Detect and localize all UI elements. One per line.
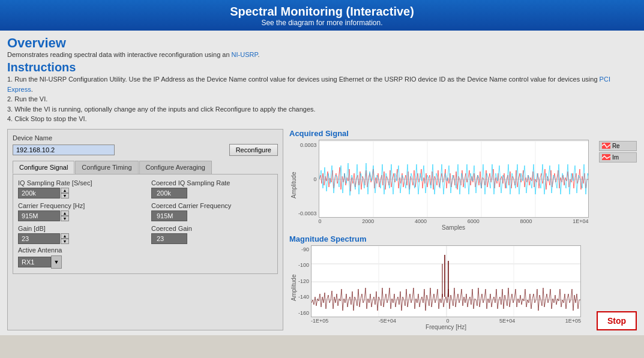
mag-y-max: -90 (298, 246, 309, 252)
magnitude-x-label: Frequency [Hz] (311, 324, 581, 330)
gain-input[interactable] (18, 233, 60, 244)
acquired-signal-title: Acquired Signal (289, 129, 593, 138)
coerced-carrier-label: Coerced Carrier Frequency (151, 202, 272, 209)
carrier-freq-spinner: ▲ ▼ (61, 210, 69, 221)
mag-x-1: -1E+05 (311, 318, 328, 324)
magnitude-spectrum-chart-container: Amplitude -90 -100 -120 -140 -160 (289, 245, 593, 330)
active-antenna-row: ▼ (18, 255, 272, 269)
iq-sampling-rate-up[interactable]: ▲ (61, 188, 69, 193)
coerced-gain-value: 23 (151, 233, 187, 244)
coerced-carrier-group: Coerced Carrier Frequency 915M (151, 202, 272, 221)
coerced-gain-label: Coerced Gain (151, 225, 272, 232)
magnitude-chart: -1E+05 -5E+04 0 5E+04 1E+05 Frequency [H… (311, 245, 581, 330)
acquired-signal-chart-container: Amplitude 0.0003 0 -0.0003 (289, 140, 593, 231)
overview-description: Demonstrates reading spectral data with … (7, 51, 637, 58)
carrier-freq-label: Carrier Frequency [Hz] (18, 202, 139, 209)
acquired-signal-y-label: Amplitude (289, 140, 298, 231)
coerced-iq-group: Coerced IQ Sampling Rate 200k (151, 179, 272, 198)
overview-title: Overview (7, 35, 637, 51)
coerced-iq-label: Coerced IQ Sampling Rate (151, 179, 272, 186)
legend-im-label: Im (612, 154, 619, 161)
mag-y-min: -160 (298, 310, 309, 316)
stop-button[interactable]: Stop (597, 311, 637, 330)
lower-section: Device Name Reconfigure Configure Signal… (7, 129, 637, 330)
instructions-text: 1. Run the NI-USRP Configuration Utility… (7, 74, 637, 124)
y-tick-mid: 0 (298, 176, 317, 182)
tab-configure-signal[interactable]: Configure Signal (13, 161, 74, 174)
carrier-freq-group: Carrier Frequency [Hz] ▲ ▼ (18, 202, 139, 221)
x-tick-8000: 8000 (520, 218, 532, 224)
active-antenna-label: Active Antenna (18, 246, 272, 254)
acquired-signal-chart-wrap: 0.0003 0 -0.0003 (298, 140, 589, 231)
x-tick-1e4: 1E+04 (573, 218, 588, 224)
device-name-label: Device Name (13, 134, 278, 142)
carrier-freq-down[interactable]: ▼ (61, 216, 69, 221)
carrier-freq-up[interactable]: ▲ (61, 210, 69, 216)
right-panel: Acquired Signal Amplitude 0.0003 0 -0.00… (289, 129, 637, 330)
acquired-x-label: Samples (319, 224, 589, 231)
x-tick-2000: 2000 (362, 218, 374, 224)
active-antenna-section: Active Antenna ▼ (18, 246, 272, 269)
y-tick-max: 0.0003 (298, 142, 317, 148)
device-name-row: Reconfigure (13, 144, 278, 156)
x-tick-6000: 6000 (468, 218, 480, 224)
gain-label: Gain [dB] (18, 225, 139, 232)
coerced-carrier-value: 915M (151, 210, 187, 221)
carrier-freq-input[interactable] (18, 210, 60, 221)
params-grid: IQ Sampling Rate [S/sec] ▲ ▼ Coerced IQ … (18, 179, 272, 244)
instructions-title: Instructions (7, 61, 637, 74)
mag-y-mid2: -120 (298, 278, 309, 284)
iq-sampling-rate-label: IQ Sampling Rate [S/sec] (18, 179, 139, 186)
mag-x-2: -5E+04 (379, 318, 396, 324)
coerced-iq-value: 200k (151, 188, 187, 198)
y-tick-min: -0.0003 (298, 210, 317, 216)
iq-sampling-rate-down[interactable]: ▼ (61, 193, 69, 198)
device-name-input[interactable] (13, 145, 115, 155)
mag-x-3: 0 (446, 318, 449, 324)
re-swatch (602, 143, 610, 149)
charts-col: Acquired Signal Amplitude 0.0003 0 -0.00… (289, 129, 593, 330)
chart-legend: Re Im (599, 141, 637, 163)
active-antenna-input[interactable] (18, 257, 51, 267)
tab-configure-timing[interactable]: Configure Timing (75, 161, 138, 174)
x-tick-4000: 4000 (415, 218, 427, 224)
legend-re-label: Re (612, 143, 620, 149)
x-tick-0: 0 (319, 218, 322, 224)
iq-sampling-rate-group: IQ Sampling Rate [S/sec] ▲ ▼ (18, 179, 139, 198)
tabs-bar: Configure Signal Configure Timing Config… (13, 161, 278, 174)
app-subtitle: See the diagram for more information. (0, 19, 644, 27)
active-antenna-dropdown-arrow[interactable]: ▼ (51, 255, 62, 269)
mag-x-4: 5E+04 (499, 318, 515, 324)
iq-sampling-rate-input[interactable] (18, 188, 60, 198)
gain-spinner: ▲ ▼ (61, 233, 69, 244)
mag-y-mid3: -100 (298, 262, 309, 268)
acquired-signal-chart: 0 2000 4000 6000 8000 1E+04 Samples (319, 140, 589, 231)
right-side-controls: Re Im Stop (597, 129, 637, 330)
instructions-section: Instructions 1. Run the NI-USRP Configur… (7, 61, 637, 124)
iq-sampling-rate-spinner: ▲ ▼ (61, 188, 69, 198)
gain-up[interactable]: ▲ (61, 233, 69, 239)
im-swatch (602, 154, 610, 160)
mag-y-mid1: -140 (298, 294, 309, 300)
legend-re[interactable]: Re (599, 141, 637, 151)
overview-section: Overview Demonstrates reading spectral d… (7, 35, 637, 58)
magnitude-spectrum-section: Magnitude Spectrum Amplitude -90 -100 -1… (289, 234, 593, 330)
legend-im[interactable]: Im (599, 152, 637, 163)
reconfigure-button[interactable]: Reconfigure (229, 144, 278, 156)
mag-x-5: 1E+05 (565, 318, 581, 324)
acquired-signal-section: Acquired Signal Amplitude 0.0003 0 -0.00… (289, 129, 593, 231)
main-content: Overview Demonstrates reading spectral d… (0, 31, 644, 335)
magnitude-y-label: Amplitude (289, 245, 298, 330)
tab-configure-averaging[interactable]: Configure Averaging (139, 161, 212, 174)
magnitude-spectrum-title: Magnitude Spectrum (289, 234, 593, 243)
tab-content: IQ Sampling Rate [S/sec] ▲ ▼ Coerced IQ … (13, 174, 278, 274)
app-title: Spectral Monitoring (Interactive) (0, 5, 644, 19)
left-panel: Device Name Reconfigure Configure Signal… (7, 129, 283, 330)
coerced-gain-group: Coerced Gain 23 (151, 225, 272, 244)
magnitude-chart-wrap: -90 -100 -120 -140 -160 (298, 245, 581, 330)
gain-down[interactable]: ▼ (61, 239, 69, 244)
gain-group: Gain [dB] ▲ ▼ (18, 225, 139, 244)
right-panel-inner: Acquired Signal Amplitude 0.0003 0 -0.00… (289, 129, 637, 330)
app-header: Spectral Monitoring (Interactive) See th… (0, 0, 644, 31)
